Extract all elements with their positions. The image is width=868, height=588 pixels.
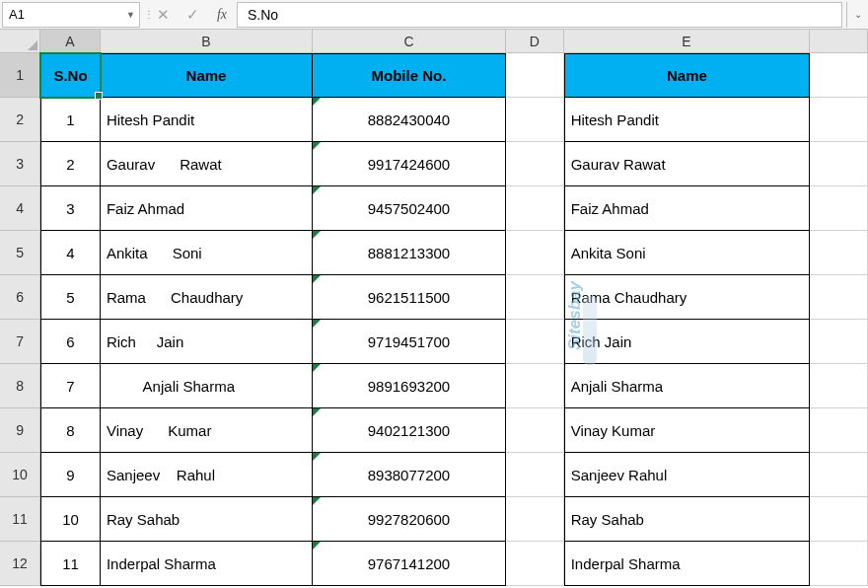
cell[interactable]: [810, 408, 868, 453]
cell[interactable]: [810, 453, 868, 497]
cell[interactable]: 8881213300: [313, 231, 506, 275]
cell[interactable]: 8882430040: [313, 98, 506, 142]
cell[interactable]: Anjali Sharma: [564, 364, 810, 408]
cell[interactable]: 7: [40, 364, 101, 408]
separator: ⋮: [140, 9, 148, 20]
row-header[interactable]: 11: [0, 497, 40, 542]
cell[interactable]: 9621511500: [313, 275, 506, 320]
select-all-button[interactable]: [0, 30, 40, 53]
row-header[interactable]: 5: [0, 231, 40, 275]
cell[interactable]: Ray Sahab: [101, 497, 313, 542]
cell[interactable]: [810, 542, 868, 586]
cell[interactable]: [506, 142, 564, 186]
spreadsheet-grid: A B C D E 1S.NoNameMobile No.Name21Hites…: [0, 30, 868, 586]
cell[interactable]: 9: [40, 453, 101, 497]
cell[interactable]: [810, 320, 868, 364]
cell[interactable]: [506, 98, 564, 142]
cell[interactable]: Rama Chaudhary: [564, 275, 810, 320]
row-header[interactable]: 10: [0, 453, 40, 497]
cell[interactable]: 10: [40, 497, 101, 542]
col-header-a[interactable]: A: [40, 30, 101, 53]
cell[interactable]: Sanjeev Rahul: [101, 453, 313, 497]
cell[interactable]: [506, 408, 564, 453]
cell[interactable]: 9719451700: [313, 320, 506, 364]
cell[interactable]: Faiz Ahmad: [564, 186, 810, 231]
cell[interactable]: 9917424600: [313, 142, 506, 186]
cell[interactable]: 9457502400: [313, 186, 506, 231]
row-header[interactable]: 6: [0, 275, 40, 320]
cell[interactable]: [810, 53, 868, 98]
row-header[interactable]: 4: [0, 186, 40, 231]
cell[interactable]: 8: [40, 408, 101, 453]
cell[interactable]: [506, 186, 564, 231]
cell[interactable]: Sanjeev Rahul: [564, 453, 810, 497]
cell[interactable]: Rich Jain: [101, 320, 313, 364]
cell[interactable]: Rich Jain: [564, 320, 810, 364]
expand-formula-icon[interactable]: ⌄: [846, 2, 868, 28]
cell[interactable]: [810, 231, 868, 275]
cell[interactable]: [506, 453, 564, 497]
cell[interactable]: Hitesh Pandit: [564, 98, 810, 142]
cell[interactable]: Ray Sahab: [564, 497, 810, 542]
cell[interactable]: Anjali Sharma: [101, 364, 313, 408]
col-header-c[interactable]: C: [313, 30, 506, 53]
cell[interactable]: Name: [101, 53, 313, 98]
row-header[interactable]: 9: [0, 408, 40, 453]
cell[interactable]: 2: [40, 142, 101, 186]
cell[interactable]: [506, 231, 564, 275]
cell[interactable]: [810, 186, 868, 231]
col-header-e[interactable]: E: [564, 30, 811, 53]
cell[interactable]: [506, 53, 564, 98]
fx-icon[interactable]: fx: [207, 2, 237, 28]
col-header-b[interactable]: B: [101, 30, 313, 53]
cell[interactable]: Faiz Ahmad: [101, 186, 313, 231]
cell[interactable]: Vinay Kumar: [564, 408, 810, 453]
cancel-icon[interactable]: ✕: [148, 2, 178, 28]
dropdown-icon[interactable]: ▼: [126, 10, 135, 20]
name-box[interactable]: A1 ▼: [2, 2, 140, 28]
cell[interactable]: Rama Chaudhary: [101, 275, 313, 320]
cell[interactable]: 4: [40, 231, 101, 275]
cell[interactable]: 8938077200: [313, 453, 506, 497]
cell[interactable]: Inderpal Sharma: [101, 542, 313, 586]
cell[interactable]: [810, 98, 868, 142]
cell[interactable]: 3: [40, 186, 101, 231]
cell[interactable]: [506, 320, 564, 364]
cell[interactable]: [506, 275, 564, 320]
row-header[interactable]: 1: [0, 53, 40, 98]
cell[interactable]: 9927820600: [313, 497, 506, 542]
cell[interactable]: Gaurav Rawat: [564, 142, 810, 186]
cell[interactable]: 1: [40, 98, 101, 142]
row-header[interactable]: 7: [0, 320, 40, 364]
cell[interactable]: [810, 497, 868, 542]
enter-icon[interactable]: ✓: [178, 2, 207, 28]
cell[interactable]: 6: [40, 320, 101, 364]
cell[interactable]: 11: [40, 542, 101, 586]
cell[interactable]: [506, 542, 564, 586]
cell[interactable]: [810, 142, 868, 186]
cell[interactable]: 5: [40, 275, 101, 320]
cell[interactable]: Name: [564, 53, 810, 98]
cell[interactable]: Inderpal Sharma: [564, 542, 810, 586]
col-header-f[interactable]: [810, 30, 868, 53]
cell[interactable]: 9891693200: [313, 364, 506, 408]
cell[interactable]: [810, 364, 868, 408]
col-header-d[interactable]: D: [506, 30, 564, 53]
cell[interactable]: Ankita Soni: [101, 231, 313, 275]
cell[interactable]: Ankita Soni: [564, 231, 810, 275]
cell[interactable]: 9767141200: [313, 542, 506, 586]
cell[interactable]: [810, 275, 868, 320]
cell[interactable]: 9402121300: [313, 408, 506, 453]
cell[interactable]: [506, 497, 564, 542]
row-header[interactable]: 2: [0, 98, 40, 142]
formula-input[interactable]: S.No: [237, 2, 842, 28]
cell[interactable]: [506, 364, 564, 408]
row-header[interactable]: 8: [0, 364, 40, 408]
cell[interactable]: Vinay Kumar: [101, 408, 313, 453]
cell[interactable]: Hitesh Pandit: [101, 98, 313, 142]
cell[interactable]: S.No: [40, 53, 101, 98]
cell[interactable]: Mobile No.: [313, 53, 506, 98]
cell[interactable]: Gaurav Rawat: [101, 142, 313, 186]
row-header[interactable]: 12: [0, 542, 40, 586]
row-header[interactable]: 3: [0, 142, 40, 186]
